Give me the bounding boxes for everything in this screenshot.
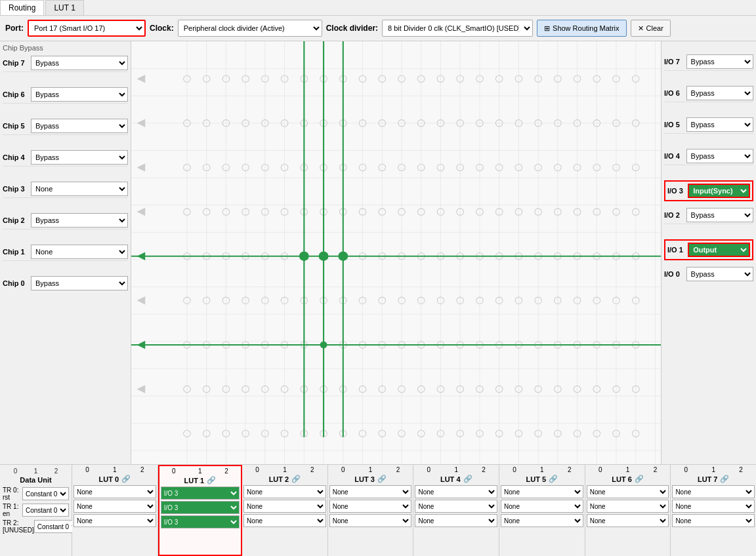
lut3-header: LUT 3 🔗	[329, 475, 412, 483]
lut7-row0-select[interactable]: None	[672, 485, 755, 498]
lut7-row1-select[interactable]: None	[672, 500, 755, 513]
lut6-row2-select[interactable]: None	[587, 514, 669, 527]
chip6-select[interactable]: Bypass	[31, 87, 128, 102]
io7-row: I/O 7 Bypass	[664, 54, 753, 79]
io2-select[interactable]: Bypass	[686, 208, 753, 222]
lut0-row0-select[interactable]: None	[74, 485, 156, 498]
io1-select[interactable]: Output	[688, 243, 750, 257]
lut5-numbers: 012	[501, 466, 583, 473]
lut1-row1-select[interactable]: I/O 3	[161, 501, 240, 514]
io2-row: I/O 2 Bypass	[664, 208, 753, 233]
lut6-row0-select[interactable]: None	[587, 485, 669, 498]
clear-button[interactable]: ✕ Clear	[631, 20, 671, 37]
lut2-numbers: 012	[243, 466, 326, 473]
lut6-numbers: 012	[587, 466, 669, 473]
port-select[interactable]: Port 17 (Smart I/O 17)	[28, 20, 146, 37]
lut4-row2-select[interactable]: None	[415, 514, 497, 527]
show-routing-matrix-button[interactable]: ⊞ Show Routing Matrix	[537, 20, 627, 37]
io5-select[interactable]: Bypass	[686, 117, 753, 132]
tr2-label: TR 2: [UNUSED]	[3, 519, 34, 534]
lut1-row2-select[interactable]: I/O 3	[161, 515, 240, 528]
tr1-label: TR 1: en	[3, 503, 22, 517]
lut7-row2-select[interactable]: None	[672, 514, 755, 527]
lut0-numbers: 012	[74, 466, 156, 473]
tr0-select[interactable]: Constant 0	[22, 487, 69, 500]
io5-row: I/O 5 Bypass	[664, 117, 753, 142]
right-io-panel: I/O 7 Bypass I/O 6 Bypass	[661, 41, 756, 464]
svg-rect-1	[131, 41, 661, 464]
io7-select[interactable]: Bypass	[686, 54, 753, 69]
io4-label: I/O 4	[664, 152, 684, 160]
lut7-link-icon[interactable]: 🔗	[720, 475, 729, 483]
tab-routing[interactable]: Routing	[0, 0, 44, 15]
lut0-row2-select[interactable]: None	[74, 514, 156, 527]
lut6-header: LUT 6 🔗	[587, 475, 669, 483]
chip2-label: Chip 2	[3, 216, 28, 224]
io4-select[interactable]: Bypass	[686, 149, 753, 163]
lut4-row0-select[interactable]: None	[415, 485, 497, 498]
chip4-label: Chip 4	[3, 153, 28, 161]
lut4-row1-select[interactable]: None	[415, 500, 497, 513]
lut7-column: 012 LUT 7 🔗 None None None	[671, 465, 756, 556]
lut1-column-highlighted: 012 LUT 1 🔗 I/O 3 I/O 3 I/O 3	[158, 465, 242, 556]
chip4-select[interactable]: Bypass	[31, 150, 128, 165]
chip7-row: Chip 7 Bypass	[3, 56, 128, 83]
io6-label: I/O 6	[664, 89, 684, 97]
lut2-row1-select[interactable]: None	[243, 500, 326, 513]
lut6-row1-select[interactable]: None	[587, 500, 669, 513]
io6-select[interactable]: Bypass	[686, 86, 753, 100]
lut0-link-icon[interactable]: 🔗	[121, 475, 131, 483]
chip3-select[interactable]: None	[31, 182, 128, 196]
lut2-row2-select[interactable]: None	[243, 514, 326, 527]
clock-label: Clock:	[150, 24, 174, 33]
lut5-column: 012 LUT 5 🔗 None None None	[499, 465, 585, 556]
lut1-header: LUT 1 🔗	[161, 476, 240, 485]
lut4-link-icon[interactable]: 🔗	[463, 475, 472, 483]
tr1-select[interactable]: Constant 0	[22, 504, 69, 517]
io3-select[interactable]: Input(Sync)	[688, 184, 750, 198]
chip6-row: Chip 6 Bypass	[3, 87, 128, 115]
lut6-link-icon[interactable]: 🔗	[635, 475, 644, 483]
lut5-header: LUT 5 🔗	[501, 475, 583, 483]
chip7-select[interactable]: Bypass	[31, 56, 128, 70]
lut3-row0-select[interactable]: None	[329, 485, 412, 498]
lut5-row1-select[interactable]: None	[501, 500, 583, 513]
lut0-row1-select[interactable]: None	[74, 500, 156, 513]
routing-matrix[interactable]	[131, 41, 661, 464]
chip4-row: Chip 4 Bypass	[3, 150, 128, 178]
data-unit-section: 012 Data Unit TR 0: rst Constant 0 TR 1:…	[0, 465, 72, 556]
io0-select[interactable]: Bypass	[686, 267, 753, 281]
lut0-header: LUT 0 🔗	[74, 475, 156, 483]
divider-select[interactable]: 8 bit Divider 0 clk (CLK_SmartIO) [USED]	[382, 20, 533, 37]
lut3-row2-select[interactable]: None	[329, 514, 412, 527]
io5-label: I/O 5	[664, 121, 684, 129]
tr0-row: TR 0: rst Constant 0	[3, 486, 69, 501]
chip1-row: Chip 1 None	[3, 245, 128, 272]
tab-lut1[interactable]: LUT 1	[45, 0, 83, 15]
chip2-row: Chip 2 Bypass	[3, 213, 128, 241]
lut5-row2-select[interactable]: None	[501, 514, 583, 527]
lut1-row0-select[interactable]: I/O 3	[161, 486, 240, 500]
port-label: Port:	[5, 24, 24, 33]
io3-label: I/O 3	[667, 187, 685, 195]
chip2-select[interactable]: Bypass	[31, 213, 128, 228]
io1-row-highlighted: I/O 1 Output	[664, 239, 753, 260]
lut3-row1-select[interactable]: None	[329, 500, 412, 513]
chip1-select[interactable]: None	[31, 245, 128, 259]
lut7-header: LUT 7 🔗	[672, 475, 755, 483]
data-unit-numbers: 012	[3, 467, 69, 475]
clock-select[interactable]: Peripheral clock divider (Active)	[178, 20, 322, 37]
lut3-numbers: 012	[329, 466, 412, 473]
lut0-column: 012 LUT 0 🔗 None None None	[72, 465, 158, 556]
lut2-link-icon[interactable]: 🔗	[291, 475, 301, 483]
svg-point-264	[319, 251, 329, 261]
lut3-link-icon[interactable]: 🔗	[377, 475, 387, 483]
routing-matrix-area	[131, 41, 661, 464]
lut5-row0-select[interactable]: None	[501, 485, 583, 498]
lut2-row0-select[interactable]: None	[243, 485, 326, 498]
lut1-link-icon[interactable]: 🔗	[207, 476, 216, 485]
chip0-select[interactable]: Bypass	[31, 276, 128, 290]
lut5-link-icon[interactable]: 🔗	[549, 475, 558, 483]
data-unit-header: Data Unit	[3, 476, 69, 484]
chip5-select[interactable]: Bypass	[31, 119, 128, 133]
